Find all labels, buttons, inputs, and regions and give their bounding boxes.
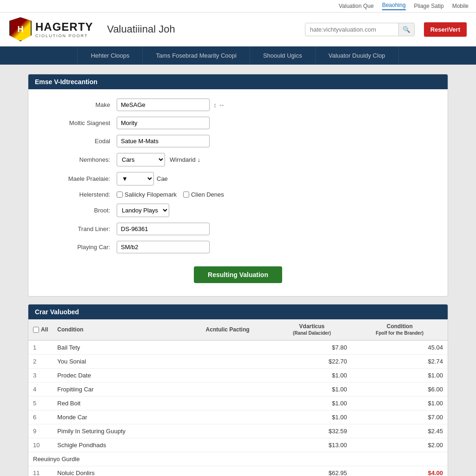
section-label: Reeuiinyo Gurdle	[28, 452, 448, 466]
col-actual-pricing: Acntulic Pacting	[183, 319, 272, 340]
row-valuation: $22.70	[272, 355, 351, 369]
checkbox-clien[interactable]: Clien Denes	[183, 191, 224, 198]
checkbox-clien-input[interactable]	[183, 192, 189, 198]
row-condition-val: 45.04	[351, 340, 448, 355]
submit-button[interactable]: Resulting Valuation	[194, 266, 282, 283]
broot-select[interactable]: Landoy Plays	[117, 204, 169, 217]
row-num: 10	[28, 438, 53, 452]
sec-nav-hehter-cloops[interactable]: Hehter Cloops	[77, 46, 143, 65]
top-nav-mobile[interactable]: Mobile	[452, 3, 469, 9]
modal-label: Eodal	[42, 138, 117, 145]
car-label: Cae	[157, 175, 168, 182]
row-actual	[183, 410, 272, 424]
form-body: Make ↕ ↔ Moltic Siagnest Eodal Nemhones:…	[28, 89, 448, 296]
checkbox-group: Saliicky Filopemark Clien Denes	[117, 191, 224, 198]
modal-input[interactable]	[117, 135, 210, 147]
row-actual	[183, 397, 272, 410]
nemhones-select[interactable]: Cars Trucks Motorcycles	[117, 153, 165, 166]
row-num: 11	[28, 466, 53, 476]
row-condition-val: $7.00	[351, 410, 448, 424]
section-label-row: Reeuiinyo Gurdle	[28, 452, 448, 466]
model-row: Moltic Siagnest	[42, 117, 434, 129]
row-actual	[183, 466, 272, 476]
model-label: Moltic Siagnest	[42, 119, 117, 126]
model-input[interactable]	[117, 117, 210, 129]
row-num: 1	[28, 340, 53, 355]
checkbox-clien-label: Clien Denes	[191, 191, 224, 198]
logo-area: H HAGERTY CIOLUTION POORT	[9, 17, 93, 41]
maele-select[interactable]: ▼	[117, 172, 154, 185]
row-num: 5	[28, 397, 53, 410]
row-actual	[183, 369, 272, 383]
playing-car-input[interactable]	[117, 241, 210, 253]
search-button[interactable]: 🔍	[398, 23, 414, 36]
table-row: 5 Red Boit $1.00 $1.00	[28, 397, 448, 410]
modal-row: Eodal	[42, 135, 434, 147]
row-condition-val: $1.00	[351, 397, 448, 410]
select-all-checkbox[interactable]	[33, 327, 39, 333]
secondary-navigation: Hehter Cloops Tams Fosebrad Mearity Coop…	[0, 46, 476, 65]
helerstend-row: Helerstend: Saliicky Filopemark Clien De…	[42, 191, 434, 198]
checkbox-saliicky-label: Saliicky Filopemark	[125, 191, 177, 198]
table-row: 6 Monde Car $1.00 $7.00	[28, 410, 448, 424]
nemhones-label: Nemhones:	[42, 156, 117, 163]
sec-nav-shoould-ugics[interactable]: Shoould Ugics	[250, 46, 316, 65]
row-condition: You Sonial	[53, 355, 183, 369]
reserve-button[interactable]: ReseriVert	[424, 22, 467, 37]
maele-label: Maele Praelaie:	[42, 175, 117, 182]
top-navigation: Valuation Que Beaohing Pliage Satip Mobi…	[0, 0, 476, 13]
table-row: 9 Pimily In Seturing Guupty $32.59 $2.45	[28, 424, 448, 438]
row-condition: Pimily In Seturing Guupty	[53, 424, 183, 438]
row-valuation: $13.00	[272, 438, 351, 452]
top-nav-pliage-satip[interactable]: Pliage Satip	[414, 3, 444, 9]
form-section-header: Emse V-Idtrecantion	[28, 74, 448, 89]
results-table-header: All Condition Acntulic Pacting Vdarticus…	[28, 319, 448, 340]
playing-car-label: Playing Car:	[42, 244, 117, 251]
row-actual	[183, 438, 272, 452]
down-arrow-icon: ↓	[198, 156, 201, 163]
row-num: 2	[28, 355, 53, 369]
results-section: Crar Valuobed All Condition Acntulic Pac…	[28, 304, 448, 476]
sec-nav-tams-fosebrad[interactable]: Tams Fosebrad Mearity Coopi	[143, 46, 250, 65]
nemhones-row: Nemhones: Cars Trucks Motorcycles Wirnda…	[42, 153, 434, 166]
row-num: 6	[28, 410, 53, 424]
row-num: 9	[28, 424, 53, 438]
playing-car-row: Playing Car:	[42, 241, 434, 253]
table-row: 4 Fropitiing Car $1.00 $6.00	[28, 383, 448, 397]
sec-nav-valuator-duuidy[interactable]: Valuator Duuidy Clop	[316, 46, 399, 65]
trand-liner-input[interactable]	[117, 223, 210, 235]
top-nav-beaohing[interactable]: Beaohing	[382, 2, 406, 10]
logo-subtext: CIOLUTION POORT	[35, 33, 93, 38]
sort-arrows: ↕ ↔	[213, 101, 225, 109]
row-valuation: $1.00	[272, 397, 351, 410]
row-actual	[183, 383, 272, 397]
row-condition-val: $6.00	[351, 383, 448, 397]
search-input[interactable]	[305, 23, 398, 36]
make-input[interactable]	[117, 99, 210, 111]
submit-row: Resulting Valuation	[42, 259, 434, 287]
checkbox-saliicky[interactable]: Saliicky Filopemark	[117, 191, 177, 198]
results-section-header: Crar Valuobed	[28, 304, 448, 319]
row-num: 4	[28, 383, 53, 397]
row-condition-val: $1.00	[351, 369, 448, 383]
logo-text: HAGERTY	[35, 20, 93, 33]
col-condition: Condition	[53, 319, 183, 340]
row-valuation: $62.95	[272, 466, 351, 476]
row-condition: Monde Car	[53, 410, 183, 424]
col-condition-fpolf: ConditionFpolf for the Brander)	[351, 319, 448, 340]
checkbox-saliicky-input[interactable]	[117, 192, 123, 198]
row-condition: Red Boit	[53, 397, 183, 410]
col-all: All	[28, 319, 53, 340]
form-section: Emse V-Idtrecantion Make ↕ ↔ Moltic Siag…	[28, 74, 448, 297]
row-valuation: $7.80	[272, 340, 351, 355]
row-condition: Prodec Date	[53, 369, 183, 383]
table-row: 2 You Sonial $22.70 $2.74	[28, 355, 448, 369]
top-nav-valuation-que[interactable]: Valuation Que	[339, 3, 374, 9]
trand-liner-label: Trand Liner:	[42, 225, 117, 232]
main-content: Emse V-Idtrecantion Make ↕ ↔ Moltic Siag…	[0, 65, 476, 476]
row-valuation: $1.00	[272, 383, 351, 397]
table-row: 11 Noluic Donlirs $62.95 $4.00	[28, 466, 448, 476]
row-condition-val: $2.45	[351, 424, 448, 438]
table-row: 10 Schigle Pondhads $13.00 $2.00	[28, 438, 448, 452]
row-num: 3	[28, 369, 53, 383]
